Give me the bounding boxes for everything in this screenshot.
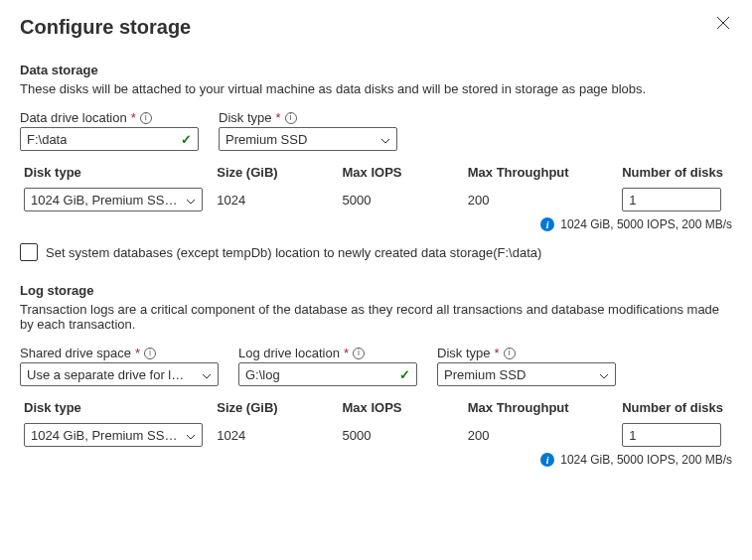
data-storage-hint: 1024 GiB, 5000 IOPS, 200 MB/s — [560, 217, 732, 231]
log-num-disks-input[interactable]: 1 — [622, 423, 721, 447]
log-drive-location-label: Log drive location* i — [238, 346, 417, 360]
close-button[interactable] — [716, 16, 732, 32]
data-row-iops: 5000 — [343, 193, 468, 208]
log-storage-hint: 1024 GiB, 5000 IOPS, 200 MB/s — [560, 453, 732, 467]
data-row-size: 1024 — [217, 193, 342, 208]
log-row-disk-select[interactable]: 1024 GiB, Premium SSD... — [24, 423, 203, 447]
system-db-checkbox-label: Set system databases (except tempDb) loc… — [46, 245, 541, 260]
data-table-row: 1024 GiB, Premium SSD... 1024 5000 200 1 — [20, 188, 732, 211]
log-row-size: 1024 — [217, 428, 342, 443]
close-icon — [716, 16, 730, 30]
data-disk-type-label: Disk type* i — [219, 110, 397, 125]
data-row-disk-select[interactable]: 1024 GiB, Premium SSD... — [24, 188, 203, 211]
info-icon: i — [540, 453, 554, 467]
info-icon[interactable]: i — [140, 112, 152, 124]
system-db-checkbox[interactable] — [20, 243, 38, 261]
chevron-down-icon — [186, 195, 196, 205]
log-disk-type-select[interactable]: Premium SSD — [437, 362, 616, 386]
log-disk-type-label: Disk type* i — [437, 346, 616, 360]
data-storage-desc: These disks will be attached to your vir… — [20, 81, 732, 96]
info-icon[interactable]: i — [353, 348, 365, 359]
log-drive-location-select[interactable]: G:\log ✓ — [238, 362, 417, 386]
log-row-iops: 5000 — [343, 428, 468, 443]
check-icon: ✓ — [399, 367, 410, 382]
chevron-down-icon — [186, 430, 196, 440]
chevron-down-icon — [202, 369, 212, 379]
data-num-disks-input[interactable]: 1 — [622, 188, 721, 211]
shared-drive-label: Shared drive space* i — [20, 346, 219, 360]
data-table-header: Disk type Size (GiB) Max IOPS Max Throug… — [20, 165, 732, 188]
data-disk-type-select[interactable]: Premium SSD — [219, 127, 397, 151]
data-drive-location-select[interactable]: F:\data ✓ — [20, 127, 199, 151]
chevron-down-icon — [380, 134, 390, 144]
check-icon: ✓ — [181, 132, 192, 147]
info-icon[interactable]: i — [504, 348, 516, 359]
log-storage-desc: Transaction logs are a critical componen… — [20, 302, 732, 332]
page-title: Configure storage — [20, 16, 191, 39]
log-row-throughput: 200 — [468, 428, 622, 443]
data-storage-heading: Data storage — [20, 63, 732, 77]
chevron-down-icon — [599, 369, 609, 379]
log-storage-heading: Log storage — [20, 283, 732, 298]
log-table-header: Disk type Size (GiB) Max IOPS Max Throug… — [20, 400, 732, 423]
shared-drive-select[interactable]: Use a separate drive for lo... — [20, 362, 219, 386]
info-icon: i — [540, 217, 554, 231]
log-table-row: 1024 GiB, Premium SSD... 1024 5000 200 1 — [20, 423, 732, 447]
data-drive-location-label: Data drive location* i — [20, 110, 199, 125]
data-row-throughput: 200 — [468, 193, 622, 208]
info-icon[interactable]: i — [144, 348, 156, 359]
info-icon[interactable]: i — [285, 112, 297, 124]
